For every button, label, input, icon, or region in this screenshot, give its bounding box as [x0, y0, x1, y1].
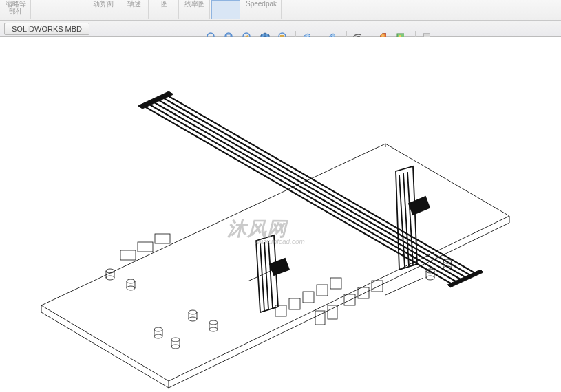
- svg-rect-59: [303, 292, 314, 303]
- svg-line-22: [160, 96, 470, 275]
- svg-point-36: [106, 276, 114, 280]
- svg-point-33: [106, 269, 114, 273]
- svg-line-23: [165, 94, 475, 273]
- tab-solidworks-mbd[interactable]: SOLIDWORKS MBD: [4, 23, 89, 35]
- svg-rect-63: [358, 287, 369, 298]
- svg-rect-64: [372, 281, 383, 292]
- svg-point-52: [171, 345, 180, 349]
- ribbon-group-speedpak[interactable]: Speedpak: [242, 0, 282, 19]
- ribbon-group-wireframe[interactable]: 线率图: [180, 0, 210, 19]
- ribbon-bar: 缩略等 部件 动算例 轴述 图 线率图 Speedpak: [0, 0, 561, 21]
- svg-rect-30: [120, 250, 136, 260]
- svg-point-45: [209, 320, 218, 325]
- svg-rect-31: [138, 242, 153, 252]
- ribbon-group-active[interactable]: [211, 0, 240, 19]
- svg-line-27: [260, 243, 264, 311]
- svg-line-21: [156, 98, 465, 277]
- ribbon-label: 轴述: [127, 0, 141, 8]
- ribbon-label: 部件: [9, 8, 23, 15]
- ribbon-label: Speedpak: [246, 0, 277, 8]
- svg-point-49: [171, 338, 180, 342]
- svg-line-29: [268, 241, 273, 308]
- ribbon-group-parts[interactable]: 缩略等 部件: [1, 0, 31, 19]
- svg-point-37: [127, 279, 135, 283]
- svg-point-41: [189, 310, 197, 314]
- svg-point-48: [209, 327, 218, 331]
- ribbon-group-motion[interactable]: 动算例: [89, 0, 118, 19]
- ribbon-label: 动算例: [93, 0, 114, 8]
- ribbon-group-axis[interactable]: 轴述: [120, 0, 149, 19]
- model-wireframe: [0, 37, 561, 392]
- svg-line-28: [264, 242, 268, 309]
- ribbon-label: 线率图: [184, 0, 205, 8]
- graphics-viewport[interactable]: 沐风网 www.mfcad.com: [0, 37, 561, 392]
- svg-rect-60: [317, 285, 328, 296]
- svg-point-53: [154, 327, 162, 331]
- ribbon-group-drawing[interactable]: 图: [150, 0, 179, 19]
- svg-point-56: [154, 334, 162, 338]
- svg-rect-61: [330, 278, 341, 289]
- svg-rect-32: [155, 234, 170, 243]
- svg-rect-66: [328, 305, 337, 319]
- svg-point-40: [127, 286, 135, 290]
- svg-point-70: [426, 276, 434, 280]
- svg-rect-58: [289, 298, 300, 309]
- tab-label: SOLIDWORKS MBD: [12, 25, 82, 33]
- svg-point-44: [189, 317, 197, 321]
- ribbon-label: 缩略等: [6, 0, 26, 8]
- ribbon-label: 图: [161, 0, 168, 8]
